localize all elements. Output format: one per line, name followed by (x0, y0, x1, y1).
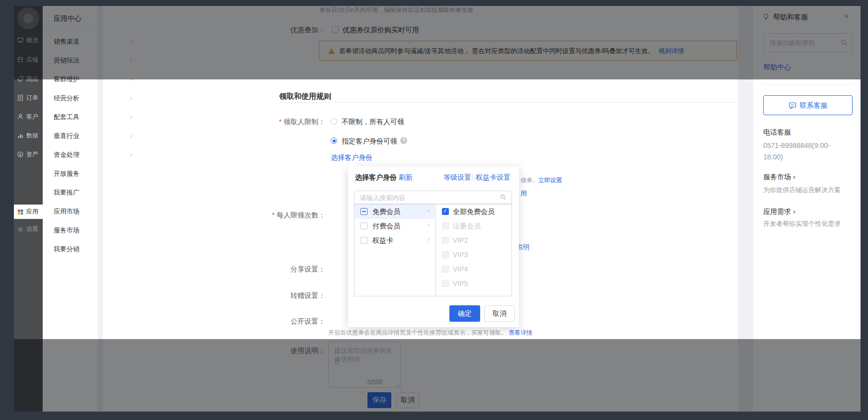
submenu-item-distribution[interactable]: 我要分销 (43, 242, 98, 257)
sidebar-item-overview[interactable]: 概况 (14, 33, 43, 48)
submenu-item-app-market[interactable]: 应用市场 (43, 204, 98, 219)
popup-search-placeholder: 请输入搜索内容 (360, 194, 405, 202)
phone-support-title: 电话客服 (763, 128, 791, 137)
stack-checkbox[interactable] (332, 26, 339, 33)
gear-icon (17, 226, 24, 233)
submenu-title: 应用中心 (54, 14, 81, 23)
sidebar-item-label: 资产 (26, 150, 38, 159)
required-mark: * (279, 118, 282, 126)
sidebar-item-orders[interactable]: 订单 (14, 90, 43, 105)
sidebar-item-customers[interactable]: 客户 (14, 109, 43, 124)
submenu-item-customer-care[interactable]: 客群维护 (43, 72, 98, 87)
avatar-logo (23, 13, 33, 23)
app-requirement-desc: 开发者帮你实现个性化需求 (763, 219, 841, 228)
sidebar-item-assets[interactable]: 资产 (14, 147, 43, 162)
refresh-link[interactable]: 刷新 (399, 173, 413, 182)
service-market-desc: 为你提供店铺运营解决方案 (763, 186, 841, 194)
checked-checkbox[interactable] (442, 208, 449, 215)
sidebar-item-apps-active[interactable]: 应用 (14, 205, 43, 219)
submenu-divider (43, 30, 98, 31)
receiver-unlimited-radio[interactable] (331, 118, 337, 125)
receiver-unlimited-label: 不限制，所有人可领 (342, 117, 404, 127)
info-icon[interactable] (400, 137, 407, 144)
usage-placeholder: 建议填写优惠券的具体使用信 (334, 347, 398, 363)
submenu-label: 配套工具 (54, 113, 79, 122)
identity-group-free[interactable]: 免费会员 › (355, 205, 435, 219)
identity-group-paid[interactable]: 付费会员 › (355, 219, 435, 233)
submenu-item-marketing[interactable]: 营销玩法 (43, 53, 98, 68)
choose-identity-link[interactable]: 选择客户身份 (331, 153, 372, 162)
cancel-button[interactable]: 取消 (396, 392, 420, 408)
indeterminate-checkbox[interactable] (361, 208, 367, 215)
identity-option-vip4: VIP4 (436, 262, 511, 277)
app-requirement-link[interactable]: 应用需求 › (763, 207, 796, 216)
view-details-link[interactable]: 查看详情 (508, 329, 532, 336)
textarea-resize-handle[interactable] (396, 383, 400, 387)
covered-text-fragment: 领券。立即设置 (520, 176, 562, 184)
identity-group-label: 免费会员 (372, 207, 400, 216)
identity-group-benefit-card[interactable]: 权益卡 › (355, 233, 435, 248)
service-market-link[interactable]: 服务市场 › (763, 172, 796, 182)
submenu-item-sales-channel[interactable]: 销售渠道 (43, 34, 98, 49)
help-center-link[interactable]: 帮助中心 (763, 63, 791, 72)
benefit-card-settings-link[interactable]: 权益卡设置 (476, 173, 510, 182)
covered-text-fragment: 用 (520, 189, 527, 198)
sidebar-item-goods[interactable]: 商品 (14, 71, 43, 86)
checkbox[interactable] (361, 237, 367, 244)
warning-rules-link[interactable]: 规则详情 (658, 47, 684, 55)
submenu-label: 开放服务 (54, 169, 79, 178)
sidebar-item-data[interactable]: 数据 (14, 128, 43, 143)
identity-option-vip2: VIP2 (436, 233, 511, 248)
shop-icon (17, 56, 24, 63)
submenu-label: 服务市场 (54, 226, 79, 235)
sidebar-item-shop[interactable]: 店铺 (14, 52, 43, 67)
submenu-item-promote[interactable]: 我要推广 (43, 185, 98, 200)
submenu-item-service-market[interactable]: 服务市场 (43, 223, 98, 238)
sidebar-item-label: 店铺 (26, 56, 38, 64)
submenu-item-funds[interactable]: 资金处理 (43, 147, 98, 162)
help-icon (762, 13, 770, 20)
submenu-item-tools[interactable]: 配套工具 (43, 110, 98, 125)
chevron-right-icon (130, 76, 132, 83)
identity-option-all-free[interactable]: 全部免费会员 (436, 205, 511, 219)
warning-content: 若希望活动商品同时参与满减/送等其他活动， 需在对应类型的活动配置中同时设置与优… (328, 47, 684, 55)
sidebar-item-label: 订单 (26, 94, 38, 102)
public-setting-label: 公开设置： (218, 317, 325, 326)
disabled-checkbox (442, 280, 449, 287)
customer-identity-popup: 选择客户身份 刷新 等级设置 权益卡设置 请输入搜索内容 免费会员 › 付费会员… (348, 166, 519, 327)
popup-cancel-button[interactable]: 取消 (484, 305, 515, 322)
popup-title: 选择客户身份 (355, 173, 397, 182)
setup-now-link[interactable]: 立即设置 (538, 177, 562, 184)
chevron-right-icon (130, 133, 132, 140)
submenu-label: 资金处理 (54, 150, 79, 159)
chevron-right-icon: › (428, 221, 430, 228)
chevron-right-icon (130, 95, 132, 102)
contact-support-label: 联系客服 (800, 101, 828, 110)
usage-placeholder: 息 (334, 357, 341, 366)
submenu-label: 我要分销 (54, 245, 79, 254)
level-settings-link[interactable]: 等级设置 (443, 173, 471, 182)
receiver-specified-radio[interactable] (331, 138, 337, 144)
contact-support-button[interactable]: 联系客服 (763, 95, 853, 115)
submenu-item-analytics[interactable]: 经营分析 (43, 91, 98, 106)
submenu-label: 我要推广 (54, 188, 79, 197)
assets-icon (17, 151, 24, 158)
popup-confirm-button[interactable]: 确定 (449, 305, 480, 322)
share-setting-label: 分享设置： (218, 265, 325, 274)
sidebar-item-settings[interactable]: 设置 (14, 222, 43, 236)
identity-option-registered: 注册会员 (436, 219, 511, 233)
identity-option-label: VIP2 (453, 236, 468, 245)
identity-option-label: VIP3 (453, 250, 468, 260)
identity-option-label: 全部免费会员 (453, 207, 495, 216)
save-button[interactable]: 保存 (367, 392, 391, 408)
submenu-item-open-service[interactable]: 开放服务 (43, 166, 98, 181)
data-icon (17, 132, 24, 139)
submenu-label: 应用市场 (54, 207, 79, 216)
submenu-item-vertical[interactable]: 垂直行业 (43, 129, 98, 143)
disabled-checkbox (442, 266, 449, 273)
customers-icon (17, 113, 24, 120)
avatar[interactable] (17, 7, 39, 29)
collapse-icon[interactable]: » (844, 11, 849, 20)
submenu-label: 销售渠道 (54, 37, 79, 46)
checkbox[interactable] (361, 222, 367, 229)
